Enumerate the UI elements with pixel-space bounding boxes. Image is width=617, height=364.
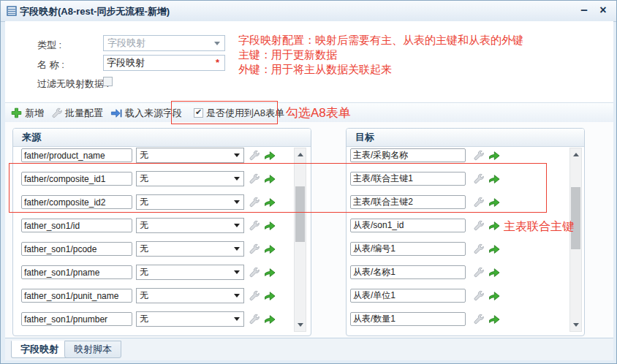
- scroll-down-icon[interactable]: [295, 319, 306, 331]
- field-mapping-dialog: 字段映射(A8-rest-同步无流程-新增) – × 类型 : 字段映射 名 称…: [0, 0, 617, 364]
- transfer-arrow-icon[interactable]: [488, 243, 501, 254]
- batch-config-button[interactable]: 批量配置: [51, 107, 103, 120]
- transfer-arrow-icon[interactable]: [264, 314, 276, 325]
- wrench-icon[interactable]: [249, 173, 260, 184]
- transfer-arrow-icon[interactable]: [488, 197, 501, 208]
- close-icon[interactable]: ×: [594, 2, 612, 18]
- wrench-icon[interactable]: [473, 243, 484, 254]
- target-rows: [350, 147, 569, 335]
- wrench-icon[interactable]: [473, 220, 484, 231]
- target-field-input[interactable]: [350, 289, 466, 303]
- wrench-icon[interactable]: [473, 150, 484, 161]
- type-value: 字段映射: [104, 36, 224, 50]
- scrollbar-thumb[interactable]: [295, 186, 305, 242]
- transfer-arrow-icon[interactable]: [264, 150, 276, 161]
- mapping-dropdown[interactable]: 无: [136, 148, 244, 163]
- mapping-dropdown[interactable]: 无: [136, 218, 244, 233]
- wrench-icon[interactable]: [249, 243, 260, 254]
- scroll-up-icon[interactable]: [295, 148, 306, 160]
- scrollbar-thumb[interactable]: [571, 187, 580, 249]
- target-field-input[interactable]: [350, 312, 466, 326]
- wrench-icon[interactable]: [249, 267, 260, 278]
- transfer-arrow-icon[interactable]: [264, 243, 276, 254]
- source-row: 无: [21, 194, 296, 210]
- target-field-input[interactable]: [350, 242, 466, 256]
- target-field-input[interactable]: [350, 195, 466, 209]
- wrench-icon[interactable]: [473, 173, 484, 184]
- source-field-input[interactable]: [21, 195, 132, 209]
- name-input[interactable]: [103, 55, 225, 71]
- bottom-tabbar: 字段映射 映射脚本: [5, 338, 613, 360]
- wrench-icon[interactable]: [249, 314, 260, 325]
- use-a8-form-option[interactable]: 是否使用到A8表单: [194, 107, 284, 120]
- source-field-input[interactable]: [21, 172, 132, 186]
- target-field-input[interactable]: [350, 219, 466, 232]
- wrench-icon[interactable]: [473, 290, 484, 301]
- add-button[interactable]: 新增: [11, 107, 44, 120]
- dialog-titlebar: 字段映射(A8-rest-同步无流程-新增) – ×: [1, 1, 616, 22]
- transfer-arrow-icon[interactable]: [488, 267, 501, 278]
- source-scrollbar[interactable]: [294, 148, 306, 332]
- transfer-arrow-icon[interactable]: [264, 173, 276, 184]
- source-field-input[interactable]: [21, 289, 132, 303]
- transfer-arrow-icon[interactable]: [488, 290, 501, 301]
- chevron-down-icon: [234, 177, 240, 181]
- source-field-input[interactable]: [21, 148, 132, 162]
- wrench-icon[interactable]: [473, 197, 484, 208]
- toolbar: 新增 批量配置 载入来源字段 是否使用到A8表单: [5, 102, 613, 124]
- target-row: [350, 148, 569, 163]
- transfer-arrow-icon[interactable]: [488, 220, 501, 231]
- wrench-icon[interactable]: [473, 267, 484, 278]
- transfer-arrow-icon[interactable]: [488, 173, 501, 184]
- scroll-down-icon[interactable]: [570, 319, 581, 331]
- target-field-input[interactable]: [350, 172, 466, 186]
- target-scrollbar[interactable]: [569, 148, 582, 332]
- source-field-input[interactable]: [21, 242, 132, 256]
- target-row: [350, 288, 569, 303]
- target-field-input[interactable]: [350, 148, 466, 162]
- target-field-input[interactable]: [350, 265, 466, 279]
- source-field-input[interactable]: [21, 265, 132, 279]
- target-row: [350, 171, 569, 186]
- mapping-dropdown[interactable]: 无: [136, 241, 244, 257]
- load-source-fields-button[interactable]: 载入来源字段: [110, 107, 182, 120]
- annotation-line: 外键：用于将主从数据关联起来: [238, 62, 523, 77]
- source-field-input[interactable]: [21, 312, 132, 326]
- type-label: 类型 :: [37, 39, 61, 52]
- import-arrow-icon: [110, 108, 122, 118]
- source-row: 无: [21, 288, 296, 303]
- transfer-arrow-icon[interactable]: [264, 197, 276, 208]
- mapping-dropdown[interactable]: 无: [136, 288, 244, 303]
- type-dropdown[interactable]: 字段映射: [103, 35, 225, 51]
- wrench-icon: [51, 107, 62, 118]
- transfer-arrow-icon[interactable]: [488, 150, 501, 161]
- filter-checkbox[interactable]: [103, 77, 113, 86]
- source-field-input[interactable]: [21, 219, 132, 232]
- wrench-icon[interactable]: [249, 220, 260, 231]
- mapping-dropdown[interactable]: 无: [136, 194, 244, 210]
- transfer-arrow-icon[interactable]: [264, 220, 276, 231]
- tab-mapping-script[interactable]: 映射脚本: [64, 341, 121, 358]
- transfer-arrow-icon[interactable]: [264, 290, 276, 301]
- target-row: [350, 218, 569, 233]
- transfer-arrow-icon[interactable]: [264, 267, 276, 278]
- minimize-icon[interactable]: –: [575, 2, 593, 18]
- mapping-dropdown[interactable]: 无: [136, 171, 244, 186]
- source-rows: 无 无 无 无: [21, 147, 296, 335]
- transfer-arrow-icon[interactable]: [488, 314, 501, 325]
- target-row: [350, 194, 569, 210]
- source-panel-title: 来源: [13, 129, 311, 147]
- wrench-icon[interactable]: [249, 150, 260, 161]
- chevron-down-icon: [234, 317, 240, 321]
- wrench-icon[interactable]: [249, 290, 260, 301]
- mapping-dropdown[interactable]: 无: [136, 311, 244, 327]
- wrench-icon[interactable]: [473, 314, 484, 325]
- source-row: 无: [21, 241, 296, 257]
- mapping-dropdown[interactable]: 无: [136, 265, 244, 280]
- annotation-line: 主键：用于更新数据: [238, 48, 523, 62]
- wrench-icon[interactable]: [249, 197, 260, 208]
- mapping-content: 来源 无 无 无: [5, 122, 613, 338]
- a8-checkbox[interactable]: [194, 108, 203, 118]
- scroll-up-icon[interactable]: [570, 148, 581, 160]
- tab-field-mapping[interactable]: 字段映射: [11, 341, 68, 358]
